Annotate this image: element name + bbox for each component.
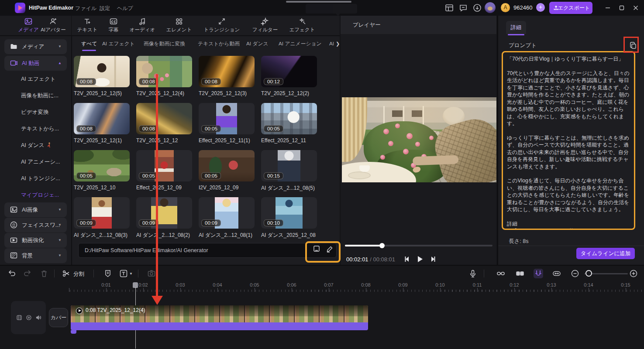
maximize-button[interactable]	[618, 4, 626, 12]
user-avatar[interactable]	[485, 2, 496, 13]
timeline-ruler[interactable]: 0:01 0:02 0:03 0:04 0:05 0:06 0:07 0:08 …	[0, 281, 644, 293]
video-thumbnail: 00:05	[199, 150, 255, 181]
minimize-button[interactable]	[604, 4, 612, 12]
sidebar-item-my-projects[interactable]: マイプロジェ...	[21, 192, 59, 198]
video-enhance-icon	[10, 236, 18, 244]
sidebar-item-ai-dance[interactable]: AI ダンス	[21, 142, 52, 148]
media-item[interactable]: 00:08 T2V_2025_12_12(4)	[136, 56, 192, 96]
duration-badge: 00:05	[76, 172, 96, 179]
duration-badge: 00:05	[264, 125, 283, 132]
add-to-timeline-button[interactable]: タイムラインに追加	[576, 248, 635, 259]
zoom-slider-knob[interactable]	[585, 270, 592, 277]
snap-magnet-icon[interactable]	[534, 269, 543, 278]
cover-button[interactable]: カバー	[49, 308, 68, 327]
sidebar-item-ai-effect[interactable]: AI エフェクト	[21, 75, 55, 82]
video-thumbnail: 00:08	[136, 103, 192, 134]
fit-timeline-icon[interactable]	[552, 269, 561, 278]
timeline-panel: 分割 ▼ 0:01 0:02 0:03 0:04 0:05 0:06 0:07 …	[0, 265, 644, 349]
text-tool-icon[interactable]	[119, 269, 128, 278]
media-item[interactable]: 00:09 AI ダンス_2...12_08(3)	[74, 197, 130, 239]
track-target-icon[interactable]	[26, 315, 32, 321]
sidebar-item-ai-animation[interactable]: AI アニメーシ...	[21, 158, 60, 165]
layout-icon[interactable]	[444, 3, 454, 13]
prompt-text[interactable]: 「70代の日常Vlog｜ゆっくり丁寧に暮らす一日」 70代という豊かな人生のステ…	[502, 51, 635, 230]
media-tab-ai-effect[interactable]: AI エフェクト	[102, 41, 135, 48]
tab-effects[interactable]: エフェクト	[280, 17, 324, 33]
duration-badge: 00:09	[201, 219, 221, 226]
elements-icon	[157, 17, 201, 27]
media-item[interactable]: 00:05 Effect_2025_12_11	[261, 103, 317, 144]
media-path-input[interactable]: D:/HitPaw Software/HitPaw Edimakor/AI Ge…	[78, 243, 337, 258]
details-tab[interactable]: 詳細	[506, 21, 526, 34]
media-item[interactable]: 00:05 I2V_2025_12_09	[199, 150, 255, 191]
timeline-clip[interactable]: 0:08 T2V_2025_12_12(4)	[71, 305, 368, 330]
export-button[interactable]: エクスポート	[549, 2, 592, 14]
video-preview[interactable]	[342, 97, 496, 182]
media-item[interactable]: 00:08 T2V_2025_12_12(5)	[74, 56, 130, 96]
track-type-icon[interactable]	[16, 315, 22, 321]
video-thumbnail: 00:05	[261, 103, 317, 134]
sidebar-group-ai-image[interactable]: AI画像 ▼	[4, 202, 67, 217]
zoom-in-icon[interactable]	[629, 269, 638, 278]
feedback-icon[interactable]	[458, 3, 468, 13]
text-tool-caret[interactable]: ▼	[129, 272, 133, 276]
sidebar-group-faceswap[interactable]: フェイススワ... ▼	[4, 218, 67, 233]
undo-icon[interactable]	[7, 269, 17, 278]
close-button[interactable]	[632, 4, 640, 12]
media-item[interactable]: 00:10 AI ダンス_2025_12_08	[261, 197, 317, 239]
split-label[interactable]: 分割	[73, 270, 84, 278]
sidebar-group-ai-video[interactable]: AI 動画 ▲	[4, 56, 67, 71]
media-item[interactable]: 00:12 T2V_2025_12_12(2)	[261, 56, 317, 96]
redo-icon[interactable]	[23, 269, 32, 278]
track-mute-icon[interactable]	[35, 315, 41, 321]
media-tab-text-to-video[interactable]: テキストから動画	[198, 41, 240, 48]
menu-settings[interactable]: 設定	[100, 5, 110, 12]
media-item[interactable]: 00:08 T2V_2025_12_12(1)	[74, 103, 130, 144]
play-button[interactable]	[415, 254, 424, 264]
sidebar-item-image-to-video[interactable]: 画像を動画に...	[21, 92, 59, 99]
next-frame-button[interactable]	[429, 254, 438, 264]
menu-file[interactable]: ファイル	[75, 5, 96, 12]
track-controls	[11, 301, 46, 334]
media-tab-all[interactable]: すべて	[81, 41, 97, 48]
media-tab-ai[interactable]: AI	[329, 41, 334, 47]
split-icon[interactable]	[61, 269, 71, 278]
sidebar-group-video-enhance[interactable]: 動画強化 ▼	[4, 233, 67, 248]
seek-bar[interactable]	[345, 245, 492, 246]
media-tab-ai-dance[interactable]: AI ダンス	[246, 41, 269, 48]
clip-play-icon	[76, 308, 83, 314]
link-icon[interactable]	[496, 269, 506, 278]
tabs-overflow-chevron-icon[interactable]: ❯	[336, 41, 340, 47]
download-icon[interactable]	[472, 3, 482, 13]
tab-transitions[interactable]: トランジション	[200, 17, 244, 33]
sidebar-group-media[interactable]: メディア ▼	[4, 39, 67, 54]
multitrack-icon[interactable]	[515, 269, 525, 278]
sidebar-item-video-convert[interactable]: ビデオ変換	[21, 109, 48, 115]
media-item[interactable]: 00:09 AI ダンス_2...12_08(1)	[199, 197, 255, 239]
media-item[interactable]: 00:05 Effect_2025_12_11(1)	[199, 103, 255, 144]
delete-icon[interactable]	[39, 269, 49, 278]
sidebar-item-ai-transition[interactable]: AI トランジシ...	[21, 175, 60, 181]
add-credits-button[interactable]: +	[536, 3, 545, 12]
snapshot-icon[interactable]	[147, 269, 156, 278]
sidebar-group-background[interactable]: 背景 ▼	[4, 248, 67, 263]
media-tab-ai-animation[interactable]: AI アニメーション	[279, 41, 322, 48]
details-panel: 詳細 プロンプト 「70代の日常Vlog｜ゆっくり丁寧に暮らす一日」 70代とい…	[497, 16, 644, 265]
media-item[interactable]: 00:05 Effect_2025_12_09	[136, 150, 192, 191]
prev-frame-button[interactable]	[402, 254, 411, 264]
sidebar-item-text-to-video[interactable]: テキストから...	[21, 125, 59, 132]
chevron-down-icon: ▼	[58, 218, 62, 233]
menu-help[interactable]: ヘルプ	[117, 5, 133, 12]
zoom-out-icon[interactable]	[570, 269, 580, 278]
media-item[interactable]: 00:08 T2V_2025_12_12(3)	[199, 56, 255, 96]
media-item[interactable]: 00:05 T2V_2025_12_10	[74, 150, 130, 191]
marker-icon[interactable]	[103, 269, 113, 278]
media-item[interactable]: 00:08 T2V_2025_12_12	[136, 103, 192, 144]
length-label: 長さ: 8s	[509, 238, 528, 245]
voiceover-mic-icon[interactable]	[468, 269, 478, 278]
media-item[interactable]: 00:09 AI ダンス_2...12_08(2)	[136, 197, 192, 239]
media-item[interactable]: 00:15 AI ダンス_2...12_08(5)	[261, 150, 317, 192]
clip-handle[interactable]	[71, 330, 76, 334]
tab-elements[interactable]: エレメント	[157, 17, 201, 33]
media-tab-image-to-video[interactable]: 画像を動画に変換	[144, 41, 185, 48]
